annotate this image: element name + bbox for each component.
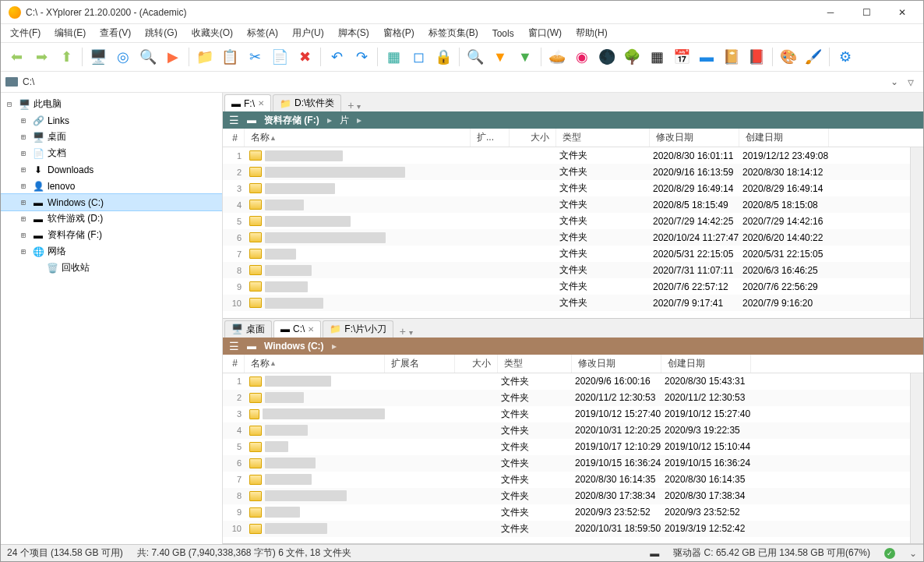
globe-icon[interactable]: 🌑 xyxy=(596,46,618,68)
table-row[interactable]: 1 ████ 文件夹 2020/8/30 16:01:11 2019/12/12… xyxy=(223,147,910,164)
search-icon[interactable]: 🔍 xyxy=(464,46,486,68)
tree-node[interactable]: ⊟🖥️此电脑 xyxy=(1,96,222,112)
table-row[interactable]: 6 ████ 文件夹 2020/10/24 11:27:47 2020/6/20… xyxy=(223,229,910,246)
filter-funnel-icon[interactable]: ▿ xyxy=(903,75,919,90)
chart-icon[interactable]: 🥧 xyxy=(546,46,568,68)
column-header[interactable]: 扩... xyxy=(471,129,510,147)
expand-icon[interactable]: ⊞ xyxy=(18,133,29,141)
close-icon[interactable]: ✕ xyxy=(258,99,264,108)
copy-icon[interactable]: 📋 xyxy=(219,46,241,68)
close-button[interactable]: ✕ xyxy=(884,1,920,24)
table-row[interactable]: 2 ████ 文件夹 2020/11/2 12:30:53 2020/11/2 … xyxy=(223,390,910,406)
minimize-button[interactable]: ─ xyxy=(813,1,848,24)
menu-icon[interactable]: ☰ xyxy=(229,114,239,126)
folder-tree[interactable]: ⊟🖥️此电脑⊞🔗Links⊞🖥️桌面⊞📄文档⊞⬇Downloads⊞👤lenov… xyxy=(1,93,223,544)
tree-node[interactable]: ⊞🌐网络 xyxy=(1,243,222,260)
delete-icon[interactable]: ✖ xyxy=(294,46,316,68)
tree-node[interactable]: ⊞⬇Downloads xyxy=(1,161,222,178)
lock-icon[interactable]: 🔒 xyxy=(432,46,454,68)
table-row[interactable]: 9 ████ 文件夹 2020/7/6 22:57:12 2020/7/6 22… xyxy=(223,278,910,295)
tab[interactable]: 🖥️桌面 xyxy=(224,320,272,338)
column-header[interactable]: 修改日期 xyxy=(650,129,739,147)
column-header[interactable]: # xyxy=(223,129,245,147)
scrollbar[interactable] xyxy=(910,147,923,318)
column-header[interactable]: 扩展名 xyxy=(385,355,455,373)
expand-icon[interactable]: ⊞ xyxy=(18,116,29,125)
table-row[interactable]: 3 ████ 文件夹 2020/8/29 16:49:14 2020/8/29 … xyxy=(223,180,910,196)
add-tab-button[interactable]: + ▾ xyxy=(343,99,365,111)
filter2-icon[interactable]: ▼ xyxy=(514,46,536,68)
scrollbar[interactable] xyxy=(910,373,923,544)
tree-node[interactable]: ⊞▬Windows (C:) xyxy=(1,194,222,210)
table-row[interactable]: 2 ████ 文件夹 2020/9/16 16:13:59 2020/8/30 … xyxy=(223,164,910,180)
thumb-icon[interactable]: ▦ xyxy=(646,46,668,68)
menu-窗格(P)[interactable]: 窗格(P) xyxy=(377,25,421,41)
tree-node[interactable]: ⊞🔗Links xyxy=(1,112,222,129)
table-row[interactable]: 10 ████ 文件夹 2020/10/31 18:59:50 2019/3/1… xyxy=(223,521,910,537)
menu-跳转(G)[interactable]: 跳转(G) xyxy=(139,25,183,41)
table-row[interactable]: 3 ████ 文件夹 2019/10/12 15:27:40 2019/10/1… xyxy=(223,406,910,422)
tab[interactable]: 📁D:\软件类 xyxy=(273,94,341,111)
deselect-icon[interactable]: ◻ xyxy=(407,46,429,68)
expand-icon[interactable]: ⊞ xyxy=(18,149,29,157)
menu-用户(U)[interactable]: 用户(U) xyxy=(286,25,330,41)
column-header[interactable]: 大小 xyxy=(510,129,556,147)
menu-标签页集(B)[interactable]: 标签页集(B) xyxy=(422,25,485,41)
table-row[interactable]: 4 ████ 文件夹 2020/8/5 18:15:49 2020/8/5 18… xyxy=(223,196,910,213)
menu-窗口(W)[interactable]: 窗口(W) xyxy=(522,25,568,41)
close-icon[interactable]: ✕ xyxy=(308,325,314,334)
breadcrumb-top[interactable]: ☰ ▬ 资料存储 (F:) ▸ 片 ▸ xyxy=(223,111,923,129)
tree-node[interactable]: ⊞👤lenovo xyxy=(1,178,222,194)
monitor-icon[interactable]: 🖥️ xyxy=(87,46,109,68)
target-icon[interactable]: ◎ xyxy=(112,46,134,68)
refresh-icon[interactable]: 🔍 xyxy=(137,46,159,68)
undo-icon[interactable]: ↶ xyxy=(326,46,347,68)
menu-icon[interactable]: ☰ xyxy=(229,340,239,352)
table-row[interactable]: 5 ████ 文件夹 2019/10/17 12:10:29 2019/10/1… xyxy=(223,439,910,455)
menu-标签(A)[interactable]: 标签(A) xyxy=(241,25,284,41)
breadcrumb-bottom[interactable]: ☰ ▬ Windows (C:) ▸ xyxy=(223,338,923,355)
back-button[interactable]: ⬅ xyxy=(5,46,27,68)
column-header[interactable]: # xyxy=(223,355,245,373)
select-icon[interactable]: ▦ xyxy=(383,46,404,68)
expand-icon[interactable]: ⊟ xyxy=(4,100,15,108)
tree-node[interactable]: ⊞🖥️桌面 xyxy=(1,129,222,145)
table-row[interactable]: 9 ████ 文件夹 2020/9/3 23:52:52 2020/9/3 23… xyxy=(223,504,910,521)
play-icon[interactable]: ▶ xyxy=(162,46,184,68)
filter-icon[interactable]: ▼ xyxy=(489,46,511,68)
menu-Tools[interactable]: Tools xyxy=(486,27,520,41)
rows-top[interactable]: 1 ████ 文件夹 2020/8/30 16:01:11 2019/12/12… xyxy=(223,147,910,318)
paste-icon[interactable]: 📄 xyxy=(269,46,291,68)
expand-icon[interactable]: ⊞ xyxy=(18,247,29,256)
expand-icon[interactable]: ⊞ xyxy=(18,214,29,223)
tree-node[interactable]: 🗑️回收站 xyxy=(1,260,222,276)
expand-icon[interactable]: ⊞ xyxy=(18,182,29,190)
redo-icon[interactable]: ↷ xyxy=(351,46,372,68)
tab[interactable]: ▬C:\✕ xyxy=(273,320,321,338)
bookmark-icon[interactable]: 📔 xyxy=(721,46,742,68)
forward-button[interactable]: ➡ xyxy=(30,46,52,68)
cut-icon[interactable]: ✂ xyxy=(244,46,266,68)
menu-收藏夹(O)[interactable]: 收藏夹(O) xyxy=(185,25,239,41)
tab[interactable]: 📁F:\片\小刀 xyxy=(323,320,393,338)
column-header[interactable]: 创建日期 xyxy=(739,129,829,147)
table-row[interactable]: 4 ████ 文件夹 2020/10/31 12:20:25 2020/9/3 … xyxy=(223,422,910,439)
table-row[interactable]: 8 ████ 文件夹 2020/7/31 11:07:11 2020/6/3 1… xyxy=(223,262,910,278)
expand-icon[interactable]: ⊞ xyxy=(18,165,29,174)
table-row[interactable]: 7 ████ 文件夹 2020/8/30 16:14:35 2020/8/30 … xyxy=(223,472,910,488)
tab[interactable]: ▬F:\✕ xyxy=(224,94,271,111)
menu-查看(V)[interactable]: 查看(V) xyxy=(93,25,137,41)
column-header[interactable]: 大小 xyxy=(455,355,498,373)
tree-icon[interactable]: 🌳 xyxy=(621,46,643,68)
column-header[interactable]: 创建日期 xyxy=(661,355,751,373)
tree-node[interactable]: ⊞📄文档 xyxy=(1,145,222,161)
column-header[interactable]: 名称 ▲ xyxy=(245,355,385,373)
column-header[interactable]: 类型 xyxy=(498,355,572,373)
book-icon[interactable]: 📕 xyxy=(746,46,767,68)
menu-帮助(H)[interactable]: 帮助(H) xyxy=(570,25,614,41)
address-path[interactable]: C:\ xyxy=(23,76,886,87)
chevron-down-icon[interactable]: ⌄ xyxy=(909,548,917,559)
breadcrumb-segment[interactable]: Windows (C:) xyxy=(264,341,324,352)
menu-文件(F)[interactable]: 文件(F) xyxy=(4,25,47,41)
panes-icon[interactable]: ▬ xyxy=(696,46,718,68)
